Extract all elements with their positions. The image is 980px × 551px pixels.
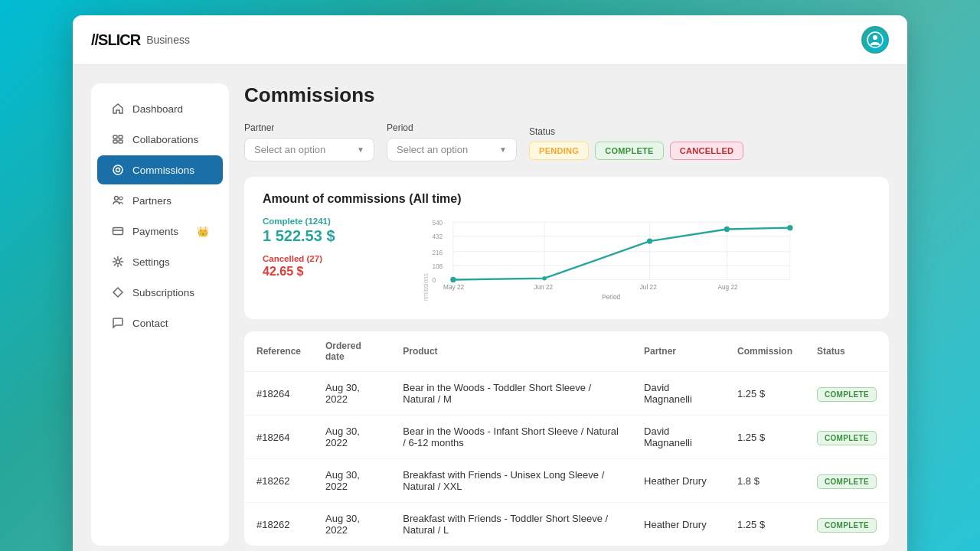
table-body: #18264 Aug 30, 2022 Bear in the Woods - … (244, 372, 889, 546)
svg-rect-4 (113, 140, 117, 143)
svg-point-7 (116, 168, 120, 172)
cell-commission: 1.25 $ (725, 372, 805, 416)
period-select[interactable]: Select an option ▼ (387, 138, 517, 161)
svg-text:Aug 22: Aug 22 (717, 284, 738, 291)
cancelled-stat-value: 42.65 $ (263, 265, 335, 279)
cell-product: Breakfast with Friends - Unisex Long Sle… (390, 459, 632, 503)
period-arrow-icon: ▼ (499, 145, 507, 154)
svg-point-1 (873, 35, 877, 40)
svg-point-6 (113, 165, 122, 174)
chart-content: Complete (1241) 1 522.53 $ Cancelled (27… (263, 217, 871, 304)
status-badge: COMPLETE (817, 387, 877, 402)
svg-text:Period: Period (602, 294, 620, 301)
period-filter-group: Period Select an option ▼ (387, 122, 517, 161)
cell-date: Aug 30, 2022 (313, 416, 390, 459)
cell-commission: 1.8 $ (725, 459, 805, 503)
crown-badge: 👑 (197, 226, 209, 237)
svg-text:540: 540 (432, 220, 443, 227)
col-status: Status (805, 331, 889, 372)
col-date: Ordered date (313, 331, 390, 372)
svg-point-29 (542, 276, 547, 281)
cell-status: COMPLETE (805, 459, 889, 503)
cell-product: Bear in the Woods - Toddler Short Sleeve… (390, 372, 632, 416)
cell-status: COMPLETE (805, 372, 889, 416)
sidebar-item-subscriptions[interactable]: Subscriptions (97, 278, 223, 307)
svg-rect-3 (119, 135, 122, 139)
col-partner: Partner (632, 331, 725, 372)
cell-status: COMPLETE (805, 416, 889, 459)
cell-commission: 1.25 $ (725, 416, 805, 459)
table-row: #18264 Aug 30, 2022 Bear in the Woods - … (244, 416, 889, 459)
sidebar-item-dashboard[interactable]: Dashboard (97, 94, 223, 123)
svg-text:Jul 22: Jul 22 (639, 284, 656, 291)
dashboard-label: Dashboard (132, 103, 183, 115)
table-card: Reference Ordered date Product Partner C… (244, 331, 889, 546)
logo: //SLICR (91, 31, 140, 49)
cell-partner: Heather Drury (632, 503, 725, 546)
partners-label: Partners (132, 195, 172, 207)
home-icon (111, 102, 125, 116)
sidebar-item-payments[interactable]: Payments 👑 (97, 217, 223, 246)
status-buttons: PENDING COMPLETE CANCELLED (529, 142, 743, 161)
cell-commission: 1.25 $ (725, 503, 805, 546)
contact-label: Contact (132, 318, 168, 329)
payments-icon (111, 224, 125, 238)
status-pending-btn[interactable]: PENDING (529, 142, 589, 160)
chart-card: Amount of commissions (All time) Complet… (244, 177, 889, 319)
user-avatar[interactable] (861, 26, 889, 54)
partner-placeholder: Select an option (254, 144, 325, 155)
svg-text:Commissions: Commissions (422, 273, 429, 301)
cell-date: Aug 30, 2022 (313, 459, 390, 503)
cell-partner: Heather Drury (632, 459, 725, 503)
period-label: Period (387, 122, 517, 133)
sidebar-item-settings[interactable]: Settings (97, 247, 223, 276)
chart-title: Amount of commissions (All time) (263, 192, 871, 206)
table-row: #18262 Aug 30, 2022 Breakfast with Frien… (244, 503, 889, 546)
status-complete-btn[interactable]: COMPLETE (595, 142, 664, 160)
header: //SLICR Business (73, 15, 907, 65)
settings-icon (111, 255, 125, 269)
subscriptions-icon (111, 285, 125, 299)
collaborations-icon (111, 132, 125, 146)
cell-partner: David Magnanelli (632, 416, 725, 459)
sidebar-item-collaborations[interactable]: Collaborations (97, 125, 223, 154)
commissions-icon (111, 163, 125, 177)
svg-text:0: 0 (432, 277, 436, 284)
cell-partner: David Magnanelli (632, 372, 725, 416)
partner-select[interactable]: Select an option ▼ (244, 138, 374, 161)
cell-reference: #18264 (244, 416, 313, 459)
cell-date: Aug 30, 2022 (313, 372, 390, 416)
period-placeholder: Select an option (397, 144, 468, 155)
line-chart: 540 432 216 108 0 (358, 217, 871, 301)
svg-rect-2 (113, 135, 117, 139)
svg-rect-10 (113, 228, 123, 235)
contact-icon (111, 316, 125, 330)
table-header: Reference Ordered date Product Partner C… (244, 331, 889, 372)
sidebar-item-contact[interactable]: Contact (97, 308, 223, 337)
cell-product: Bear in the Woods - Infant Short Sleeve … (390, 416, 632, 459)
complete-stat-value: 1 522.53 $ (263, 227, 335, 245)
cell-reference: #18264 (244, 372, 313, 416)
sidebar: Dashboard Collaborations (91, 83, 229, 546)
page-title: Commissions (244, 83, 889, 107)
svg-rect-5 (119, 140, 122, 143)
cell-status: COMPLETE (805, 503, 889, 546)
commissions-label: Commissions (132, 165, 194, 176)
col-product: Product (390, 331, 632, 372)
logo-business: Business (146, 34, 190, 46)
collaborations-label: Collaborations (132, 134, 198, 145)
svg-text:216: 216 (432, 249, 443, 256)
status-filter-group: Status PENDING COMPLETE CANCELLED (529, 126, 743, 161)
partners-icon (111, 194, 125, 207)
sidebar-item-partners[interactable]: Partners (97, 186, 223, 215)
svg-point-9 (119, 197, 122, 200)
partner-arrow-icon: ▼ (357, 145, 364, 154)
cell-reference: #18262 (244, 459, 313, 503)
cell-product: Breakfast with Friends - Toddler Short S… (390, 503, 632, 546)
col-reference: Reference (244, 331, 313, 372)
status-cancelled-btn[interactable]: CANCELLED (670, 142, 744, 160)
status-badge: COMPLETE (817, 431, 877, 445)
sidebar-item-commissions[interactable]: Commissions (97, 155, 223, 184)
complete-stat-label: Complete (1241) (263, 217, 335, 226)
chart-stats: Complete (1241) 1 522.53 $ Cancelled (27… (263, 217, 335, 288)
